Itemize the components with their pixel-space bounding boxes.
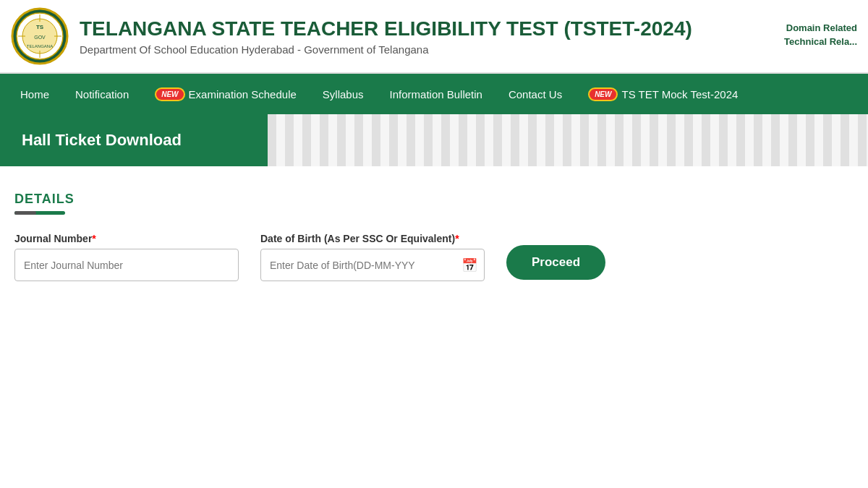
nav-home-label: Home bbox=[20, 88, 49, 100]
nav-information-bulletin[interactable]: Information Bulletin bbox=[377, 74, 495, 114]
date-of-birth-group: Date of Birth (As Per SSC Or Equivalent)… bbox=[260, 233, 485, 281]
svg-text:TELANGANA: TELANGANA bbox=[27, 44, 53, 48]
header-subtitle: Department Of School Education Hyderabad… bbox=[80, 43, 784, 56]
domain-related-link[interactable]: Domain Related bbox=[784, 22, 857, 33]
nav-notification[interactable]: Notification bbox=[62, 74, 142, 114]
calendar-icon[interactable]: 📅 bbox=[461, 257, 477, 273]
details-section: DETAILS Journal Number* Date of Birth (A… bbox=[0, 166, 868, 310]
header-title: TELANGANA STATE TEACHER ELIGIBILITY TEST… bbox=[80, 17, 784, 41]
hall-ticket-text: Hall Ticket Download bbox=[22, 131, 182, 150]
date-of-birth-input[interactable] bbox=[260, 249, 485, 281]
nav-notification-label: Notification bbox=[75, 88, 129, 100]
nav-contact-label: Contact Us bbox=[509, 88, 562, 100]
header-links: Domain Related Technical Rela... bbox=[784, 22, 857, 50]
proceed-button[interactable]: Proceed bbox=[506, 245, 605, 280]
nav-information-label: Information Bulletin bbox=[390, 88, 482, 100]
nav-examination-schedule[interactable]: NEW Examination Schedule bbox=[142, 74, 310, 114]
date-input-wrapper: 📅 bbox=[260, 249, 485, 281]
details-underline bbox=[14, 211, 65, 215]
svg-text:GOV: GOV bbox=[34, 35, 46, 40]
header-text-block: TELANGANA STATE TEACHER ELIGIBILITY TEST… bbox=[80, 17, 784, 56]
svg-text:TS: TS bbox=[36, 24, 44, 30]
main-navbar: Home Notification NEW Examination Schedu… bbox=[0, 74, 868, 114]
journal-number-input[interactable] bbox=[14, 249, 239, 281]
nav-mock-test-label: TS TET Mock Test-2024 bbox=[621, 88, 738, 100]
journal-required-star: * bbox=[92, 233, 95, 244]
journal-number-label: Journal Number* bbox=[14, 233, 239, 244]
form-row: Journal Number* Date of Birth (As Per SS… bbox=[14, 233, 854, 281]
hall-ticket-banner: Hall Ticket Download bbox=[0, 114, 868, 166]
logo-icon: TS GOV TELANGANA bbox=[11, 7, 69, 65]
new-badge-examination: NEW bbox=[155, 87, 184, 101]
hall-ticket-label: Hall Ticket Download bbox=[0, 114, 268, 166]
nav-syllabus[interactable]: Syllabus bbox=[310, 74, 377, 114]
nav-examination-label: Examination Schedule bbox=[189, 88, 297, 100]
banner-stripe bbox=[268, 114, 868, 166]
nav-ts-tet-mock-test[interactable]: NEW TS TET Mock Test-2024 bbox=[575, 74, 751, 114]
dob-required-star: * bbox=[455, 233, 459, 244]
date-of-birth-label: Date of Birth (As Per SSC Or Equivalent)… bbox=[260, 233, 485, 244]
new-badge-mock-test: NEW bbox=[588, 87, 618, 101]
journal-number-group: Journal Number* bbox=[14, 233, 239, 281]
nav-syllabus-label: Syllabus bbox=[323, 88, 364, 100]
details-heading: DETAILS bbox=[14, 192, 854, 207]
technical-related-link[interactable]: Technical Rela... bbox=[784, 36, 857, 47]
page-header: TS GOV TELANGANA TELANGANA STATE TEACHER… bbox=[0, 0, 868, 74]
nav-home[interactable]: Home bbox=[7, 74, 62, 114]
nav-contact-us[interactable]: Contact Us bbox=[495, 74, 575, 114]
